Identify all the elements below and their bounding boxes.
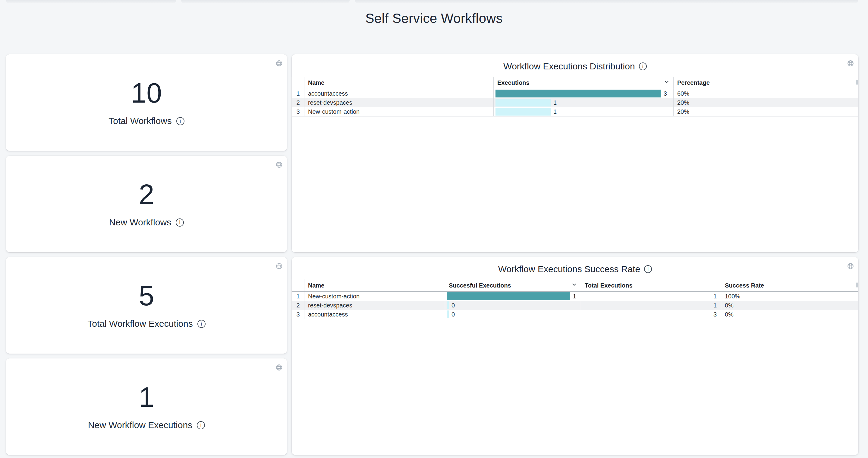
stat-label: Total Workflow Executions (87, 319, 193, 329)
panel-workflow-executions-distribution: Workflow Executions Distribution i Name … (292, 54, 858, 252)
info-icon[interactable]: i (639, 62, 647, 70)
column-header-name[interactable]: Name (304, 77, 493, 89)
workflow-name-cell: New-custom-action (304, 292, 445, 301)
stat-label: Total Workflows (108, 116, 172, 126)
row-index: 3 (292, 310, 304, 319)
column-header-index (292, 279, 304, 291)
stat-value: 1 (138, 383, 154, 411)
table-row: 3 accountaccess 0 3 0% (292, 310, 858, 319)
successful-executions-value: 0 (452, 302, 455, 309)
column-header-name[interactable]: Name (304, 279, 445, 291)
stat-value: 2 (138, 180, 154, 208)
globe-icon[interactable] (276, 60, 283, 67)
stat-card-total-workflows: 10 Total Workflows i (6, 54, 287, 151)
scrolled-card-remnant (181, 0, 350, 3)
total-executions-cell: 1 (581, 292, 721, 301)
stat-value: 5 (138, 282, 154, 310)
panel-title: Workflow Executions Distribution (503, 61, 635, 71)
success-rate-cell: 100% (721, 292, 858, 301)
table-row: 2 reset-devspaces 1 20% (292, 98, 858, 107)
table-header-row: Name Succesful Executions Total Executio… (292, 279, 858, 292)
workflow-name-cell: accountaccess (304, 89, 493, 98)
column-header-executions[interactable]: Executions (493, 77, 673, 89)
total-executions-cell: 3 (581, 310, 721, 319)
executions-distribution-table: Name Executions Percentage 1 accountacce… (292, 77, 858, 116)
table-row: 2 reset-devspaces 0 1 0% (292, 301, 858, 310)
workflow-name-cell: New-custom-action (304, 107, 493, 116)
row-index: 1 (292, 292, 304, 301)
successful-executions-bar (447, 311, 449, 318)
globe-icon[interactable] (276, 161, 283, 168)
row-index: 2 (292, 98, 304, 107)
successful-executions-value: 0 (452, 311, 455, 318)
info-icon[interactable]: i (176, 117, 184, 125)
success-rate-cell: 0% (721, 301, 858, 310)
stat-card-new-workflow-executions: 1 New Workflow Executions i (6, 359, 287, 455)
info-icon[interactable]: i (644, 265, 652, 273)
panel-title: Workflow Executions Success Rate (498, 264, 640, 274)
table-scrollbar-thumb[interactable] (856, 282, 858, 288)
column-header-label: Succesful Executions (449, 282, 511, 289)
row-index: 3 (292, 107, 304, 116)
executions-value: 1 (553, 99, 557, 106)
successful-executions-bar (447, 292, 570, 300)
percentage-cell: 20% (673, 98, 858, 107)
percentage-cell: 60% (673, 89, 858, 98)
percentage-cell: 20% (673, 107, 858, 116)
column-header-success-rate[interactable]: Success Rate (721, 279, 858, 291)
executions-bar-cell: 3 (493, 89, 673, 98)
panel-workflow-executions-success-rate: Workflow Executions Success Rate i Name … (292, 257, 858, 455)
row-index: 1 (292, 89, 304, 98)
scrolled-card-remnant (6, 0, 176, 3)
column-header-total-executions[interactable]: Total Executions (581, 279, 721, 291)
executions-value: 3 (664, 90, 667, 97)
table-scrollbar-thumb[interactable] (856, 80, 858, 85)
column-header-label: Executions (497, 79, 530, 86)
globe-icon[interactable] (847, 262, 854, 270)
info-icon[interactable]: i (197, 421, 205, 429)
column-header-percentage[interactable]: Percentage (673, 77, 858, 89)
total-executions-cell: 1 (581, 301, 721, 310)
stat-value: 10 (131, 79, 162, 107)
info-icon[interactable]: i (197, 320, 206, 328)
globe-icon[interactable] (276, 364, 283, 371)
globe-icon[interactable] (847, 60, 854, 67)
stat-label: New Workflow Executions (88, 420, 192, 430)
row-index: 2 (292, 301, 304, 310)
successful-executions-bar (447, 302, 449, 309)
scrolled-card-remnant (355, 0, 858, 3)
success-rate-cell: 0% (721, 310, 858, 319)
table-row: 3 New-custom-action 1 20% (292, 107, 858, 116)
executions-value: 1 (553, 108, 557, 115)
column-header-index (292, 77, 304, 89)
table-row: 1 accountaccess 3 60% (292, 89, 858, 98)
executions-bar (495, 90, 661, 97)
successful-executions-bar-cell: 0 (445, 301, 581, 310)
stat-card-new-workflows: 2 New Workflows i (6, 156, 287, 252)
stat-label: New Workflows (109, 217, 171, 228)
success-rate-table: Name Succesful Executions Total Executio… (292, 279, 858, 319)
executions-bar-cell: 1 (493, 98, 673, 107)
successful-executions-value: 1 (572, 293, 576, 300)
executions-bar (495, 108, 551, 116)
stat-card-total-workflow-executions: 5 Total Workflow Executions i (6, 257, 287, 353)
table-row: 1 New-custom-action 1 1 100% (292, 292, 858, 301)
workflow-name-cell: reset-devspaces (304, 98, 493, 107)
chevron-down-icon (571, 282, 577, 289)
executions-bar (495, 99, 551, 107)
executions-bar-cell: 1 (493, 107, 673, 116)
column-header-successful-executions[interactable]: Succesful Executions (445, 279, 581, 291)
info-icon[interactable]: i (176, 219, 184, 227)
chevron-down-icon (664, 79, 670, 87)
workflow-name-cell: accountaccess (304, 310, 445, 319)
globe-icon[interactable] (276, 262, 283, 270)
workflow-name-cell: reset-devspaces (304, 301, 445, 310)
successful-executions-bar-cell: 1 (445, 292, 581, 301)
successful-executions-bar-cell: 0 (445, 310, 581, 319)
page-title: Self Service Workflows (0, 11, 868, 26)
table-header-row: Name Executions Percentage (292, 77, 858, 89)
